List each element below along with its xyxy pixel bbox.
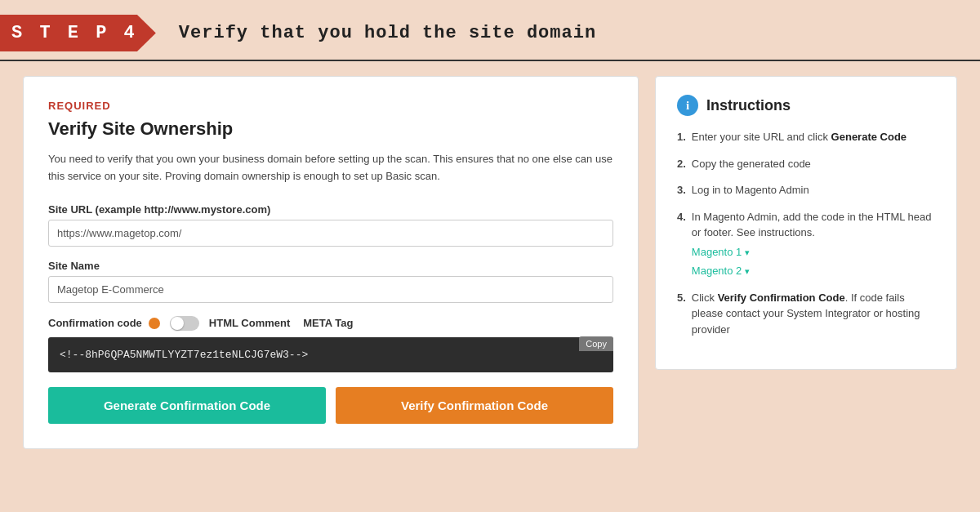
site-name-label: Site Name: [48, 260, 613, 272]
copy-area: Copy <!--8hP6QPA5NMWTLYYZT7ez1teNLCJG7eW…: [48, 337, 613, 372]
list-item: 2. Copy the generated code: [677, 156, 935, 172]
left-card: REQUIRED Verify Site Ownership You need …: [23, 76, 639, 449]
card-title: Verify Site Ownership: [48, 118, 613, 140]
list-text-4: In Magento Admin, add the code in the HT…: [692, 209, 935, 279]
list-num-3: 3.: [677, 182, 686, 198]
right-card: i Instructions 1. Enter your site URL an…: [655, 76, 957, 370]
step-title: Verify that you hold the site domain: [179, 23, 596, 43]
copy-button[interactable]: Copy: [579, 336, 613, 351]
generate-code-bold: Generate Code: [831, 131, 906, 143]
dot-icon: [149, 318, 160, 329]
required-label: REQUIRED: [48, 100, 613, 112]
html-comment-label: HTML Comment: [209, 317, 290, 329]
step-header: S T E P 4 Verify that you hold the site …: [0, 0, 980, 60]
magento-links-group: Magento 1 ▾ Magento 2 ▾: [692, 244, 935, 279]
toggle-thumb: [171, 317, 184, 330]
list-item: 3. Log in to Magento Admin: [677, 182, 935, 198]
site-name-input[interactable]: [48, 276, 613, 303]
list-item: 4. In Magento Admin, add the code in the…: [677, 209, 935, 279]
list-text-3: Log in to Magento Admin: [692, 182, 809, 198]
list-num-5: 5.: [677, 290, 686, 306]
chevron-down-icon: ▾: [745, 247, 750, 257]
site-url-input[interactable]: [48, 220, 613, 247]
info-icon: i: [677, 95, 698, 116]
button-row: Generate Confirmation Code Verify Confir…: [48, 387, 613, 424]
meta-tag-label: META Tag: [303, 317, 353, 329]
instructions-header: i Instructions: [677, 95, 935, 116]
list-item: 5. Click Verify Confirmation Code. If co…: [677, 290, 935, 338]
chevron-down-icon: ▾: [745, 266, 750, 276]
list-text-5: Click Verify Confirmation Code. If code …: [692, 290, 935, 338]
generate-confirmation-code-button[interactable]: Generate Confirmation Code: [48, 387, 326, 424]
list-num-1: 1.: [677, 129, 686, 145]
main-content: REQUIRED Verify Site Ownership You need …: [0, 61, 980, 464]
list-text-2: Copy the generated code: [692, 156, 811, 172]
list-text-1: Enter your site URL and click Generate C…: [692, 129, 906, 145]
list-item: 1. Enter your site URL and click Generat…: [677, 129, 935, 145]
magento-1-link[interactable]: Magento 1 ▾: [692, 244, 935, 260]
step-badge: S T E P 4: [0, 15, 156, 51]
instructions-list: 1. Enter your site URL and click Generat…: [677, 129, 935, 337]
toggle-track: [170, 316, 199, 331]
list-num-2: 2.: [677, 156, 686, 172]
site-url-label: Site URL (example http://www.mystore.com…: [48, 203, 613, 216]
instructions-title: Instructions: [706, 97, 791, 114]
html-comment-toggle[interactable]: [170, 316, 199, 331]
confirmation-code-label: Confirmation code: [48, 317, 142, 329]
list-num-4: 4.: [677, 209, 686, 225]
confirmation-code-row: Confirmation code HTML Comment META Tag: [48, 316, 613, 331]
card-description: You need to verify that you own your bus…: [48, 151, 613, 185]
verify-confirmation-code-button[interactable]: Verify Confirmation Code: [336, 387, 613, 424]
verify-code-bold: Verify Confirmation Code: [718, 292, 845, 304]
magento-2-link[interactable]: Magento 2 ▾: [692, 263, 935, 279]
code-box: <!--8hP6QPA5NMWTLYYZT7ez1teNLCJG7eW3-->: [48, 337, 613, 372]
